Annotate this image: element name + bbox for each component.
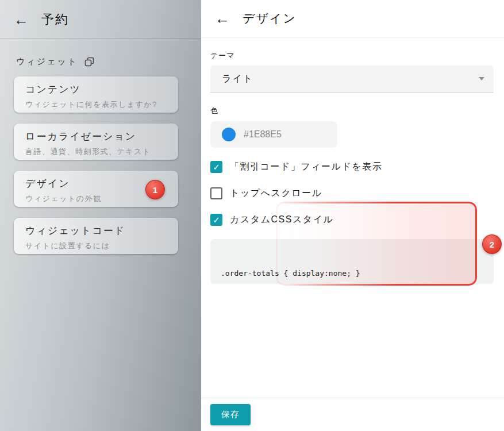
panel-content: テーマ ライト 色 #1E88E5 「割引コード」フィールドを表示 トップへスク… (201, 37, 504, 398)
color-picker-field[interactable]: #1E88E5 (210, 121, 337, 148)
checkbox-row-discount-code: 「割引コード」フィールドを表示 (210, 160, 494, 173)
color-hex-value: #1E88E5 (244, 129, 282, 140)
back-arrow-icon[interactable]: ← (14, 12, 29, 27)
checkbox-label: カスタムCSSスタイル (230, 214, 333, 226)
sidebar-card-list: コンテンツ ウィジェットに何を表示しますか? ローカライゼーション 言語、通貨、… (0, 76, 201, 254)
sidebar-item-design[interactable]: デザイン ウィジェットの外観 1 (14, 171, 178, 207)
card-title: デザイン (25, 177, 167, 190)
panel-footer: 保存 (201, 398, 504, 431)
checkbox-row-scroll-top: トップへスクロール (210, 187, 494, 199)
card-title: ウィジェットコード (25, 224, 167, 237)
checkbox-label: トップへスクロール (230, 187, 322, 199)
color-label: 色 (210, 106, 494, 116)
theme-label: テーマ (210, 51, 494, 61)
theme-select[interactable]: ライト (210, 66, 494, 93)
checkbox-row-custom-css: カスタムCSSスタイル (210, 213, 494, 226)
copy-icon[interactable] (84, 57, 95, 67)
widget-settings-sidebar: ← 予約 ウィジェット コンテンツ ウィジェットに何を表示しますか? ローカライ… (0, 0, 201, 431)
css-line: .order-totals { display:none; } (221, 268, 488, 279)
theme-selected-value: ライト (222, 73, 479, 85)
sidebar-item-widget-code[interactable]: ウィジェットコード サイトに設置するには (14, 218, 178, 254)
scroll-top-checkbox[interactable] (210, 187, 222, 199)
card-subtitle: ウィジェットに何を表示しますか? (25, 99, 167, 110)
panel-header: ← デザイン (201, 0, 504, 37)
sidebar-item-content[interactable]: コンテンツ ウィジェットに何を表示しますか? (14, 76, 178, 113)
chevron-down-icon (479, 77, 484, 80)
back-arrow-icon[interactable]: ← (215, 11, 230, 26)
widget-section-row: ウィジェット (16, 56, 187, 67)
card-subtitle: サイトに設置するには (25, 241, 167, 251)
custom-css-checkbox[interactable] (210, 214, 222, 226)
save-button[interactable]: 保存 (210, 404, 251, 425)
checkbox-label: 「割引コード」フィールドを表示 (230, 161, 382, 173)
discount-code-checkbox[interactable] (210, 161, 222, 173)
widget-section-label: ウィジェット (16, 56, 78, 67)
color-swatch (222, 128, 236, 141)
card-subtitle: ウィジェットの外観 (25, 194, 167, 204)
design-settings-panel: ← デザイン テーマ ライト 色 #1E88E5 「割引コード」フィールドを表示… (201, 0, 504, 431)
sidebar-title: 予約 (41, 11, 69, 28)
sidebar-header: ← 予約 (0, 0, 201, 39)
card-title: コンテンツ (25, 83, 167, 96)
page-title: デザイン (243, 10, 297, 26)
card-subtitle: 言語、通貨、時刻形式、テキスト (25, 147, 167, 157)
card-title: ローカライゼーション (25, 130, 167, 143)
sidebar-item-localization[interactable]: ローカライゼーション 言語、通貨、時刻形式、テキスト (14, 124, 178, 160)
custom-css-textarea[interactable]: .order-totals { display:none; } .reserva… (210, 239, 494, 284)
